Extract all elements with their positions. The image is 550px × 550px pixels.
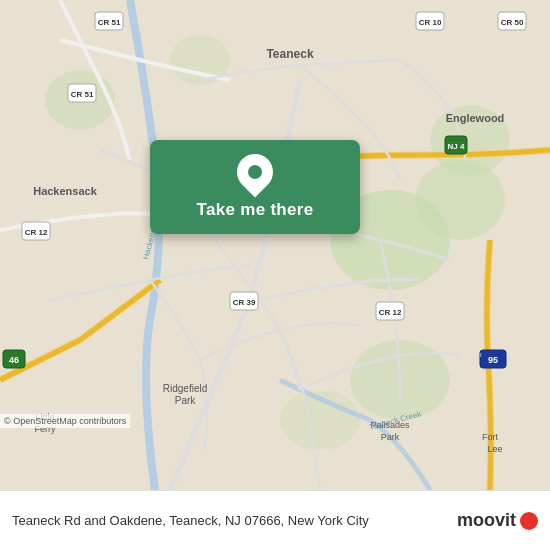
svg-text:Teaneck: Teaneck [266,47,313,61]
take-me-there-button[interactable]: Take me there [150,140,360,234]
address-text: Teaneck Rd and Oakdene, Teaneck, NJ 0766… [12,513,457,528]
bottom-bar: Teaneck Rd and Oakdene, Teaneck, NJ 0766… [0,490,550,550]
popup-label: Take me there [197,200,314,220]
svg-text:Englewood: Englewood [446,112,505,124]
svg-text:CR 50: CR 50 [501,18,524,27]
svg-text:CR 51: CR 51 [71,90,94,99]
svg-text:CR 12: CR 12 [379,308,402,317]
svg-text:Park: Park [381,432,400,442]
svg-text:NJ 4: NJ 4 [448,142,465,151]
svg-text:Park: Park [175,395,197,406]
svg-text:Lee: Lee [487,444,502,454]
location-pin-icon [230,147,281,198]
svg-text:46: 46 [9,355,19,365]
moovit-logo: moovit [457,510,538,531]
svg-text:95: 95 [488,355,498,365]
moovit-logo-dot [520,512,538,530]
svg-text:Fort: Fort [482,432,499,442]
svg-text:Hackensack: Hackensack [33,185,97,197]
svg-text:Ridgefield: Ridgefield [163,383,207,394]
osm-attribution: © OpenStreetMap contributors [0,414,130,428]
svg-text:CR 12: CR 12 [25,228,48,237]
svg-text:CR 10: CR 10 [419,18,442,27]
svg-text:CR 39: CR 39 [233,298,256,307]
map-container: CR 51 CR 51 CR 10 CR 50 NJ 4 CR 12 CR 39… [0,0,550,490]
moovit-logo-text: moovit [457,510,516,531]
svg-text:CR 51: CR 51 [98,18,121,27]
